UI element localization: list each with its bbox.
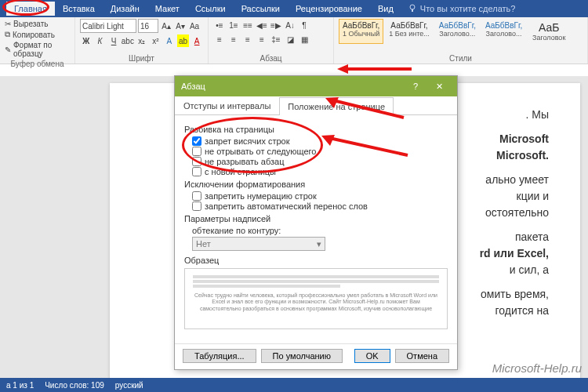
suppress-hyphen-checkbox[interactable]: запретить автоматический перенос слов <box>192 201 448 211</box>
doc-text: омить время, <box>481 288 549 300</box>
group-font: Calibri Light 16 A▴ A▾ Aa Ж К Ч abc x₂ x… <box>75 17 209 64</box>
strike-button[interactable]: abc <box>122 34 134 47</box>
format-painter-button[interactable]: ✎Формат по образцу <box>5 40 70 59</box>
tab-page-position[interactable]: Положение на странице <box>279 97 394 115</box>
shrink-font-button[interactable]: A▾ <box>174 20 187 32</box>
doc-text: Microsoft. <box>496 149 549 162</box>
group-paragraph: •≡ 1≡ ≡≡ ◀≡ ≡▶ A↓ ¶ ≡ ≡ ≡ ≡ ‡≡ ◪ ▦ Абзац <box>209 17 334 64</box>
widow-control-checkbox[interactable]: запрет висячих строк <box>192 136 448 146</box>
font-size-select[interactable]: 16 <box>138 19 158 33</box>
lightbulb-icon <box>408 4 417 13</box>
tab-mailings[interactable]: Рассылки <box>234 2 288 16</box>
default-button[interactable]: По умолчанию <box>261 349 343 363</box>
tell-me-search[interactable]: Что вы хотите сделать? <box>408 4 516 13</box>
tab-design[interactable]: Дизайн <box>103 2 147 16</box>
paragraph-dialog: Абзац ? ✕ Отступы и интервалы Положение … <box>174 75 458 370</box>
tab-view[interactable]: Вид <box>370 2 401 16</box>
font-name-select[interactable]: Calibri Light <box>80 19 136 33</box>
group-styles: АаБбВвГг,1 Обычный АаБбВвГг,1 Без инте..… <box>334 17 588 64</box>
doc-text: кции и <box>517 190 550 202</box>
section-pagination: Разбивка на страницы <box>184 125 448 134</box>
shading-button[interactable]: ◪ <box>284 33 296 45</box>
group-clipboard: ✂Вырезать ⧉Копировать ✎Формат по образцу… <box>0 17 75 64</box>
page-count[interactable]: а 1 из 1 <box>6 381 34 390</box>
section-textbox-options: Параметры надписей <box>184 214 448 223</box>
style-no-spacing[interactable]: АаБбВвГг,1 Без инте... <box>385 19 433 44</box>
multilevel-button[interactable]: ≡≡ <box>241 19 254 31</box>
close-button[interactable]: ✕ <box>427 82 451 92</box>
status-bar: а 1 из 1 Число слов: 109 русский <box>0 378 588 392</box>
group-label-font: Шрифт <box>80 53 203 64</box>
group-label-styles: Стили <box>339 53 583 64</box>
word-count[interactable]: Число слов: 109 <box>45 381 104 390</box>
tab-indents[interactable]: Отступы и интервалы <box>175 96 279 114</box>
wrap-label: обтекание по контуру: <box>192 226 448 235</box>
grow-font-button[interactable]: A▴ <box>160 20 172 32</box>
tab-home[interactable]: Главная <box>6 2 55 16</box>
sort-button[interactable]: A↓ <box>284 19 296 31</box>
dialog-buttons: Табуляция... По умолчанию OK Отмена <box>175 343 457 369</box>
language-indicator[interactable]: русский <box>115 381 143 390</box>
subscript-button[interactable]: x₂ <box>136 34 148 47</box>
copy-icon: ⧉ <box>5 30 10 39</box>
tab-references[interactable]: Ссылки <box>187 2 234 16</box>
highlight-button[interactable]: ab <box>177 34 190 47</box>
doc-text: . Мы <box>525 108 549 121</box>
align-right-button[interactable]: ≡ <box>241 33 254 45</box>
copy-button[interactable]: ⧉Копировать <box>5 29 70 40</box>
doc-text: остоятельно <box>485 206 549 219</box>
dialog-titlebar[interactable]: Абзац ? ✕ <box>175 76 457 96</box>
justify-button[interactable]: ≡ <box>256 33 268 45</box>
style-title[interactable]: АаБЗаголовок <box>528 19 570 44</box>
tab-layout[interactable]: Макет <box>147 2 187 16</box>
doc-text: Microsoft <box>499 132 549 145</box>
align-center-button[interactable]: ≡ <box>227 33 240 45</box>
dialog-title-text: Абзац <box>181 82 205 91</box>
tab-review[interactable]: Рецензирование <box>288 2 370 16</box>
group-label-paragraph: Абзац <box>213 53 328 64</box>
bold-button[interactable]: Ж <box>80 34 93 47</box>
scissors-icon: ✂ <box>5 20 11 28</box>
ribbon: ✂Вырезать ⧉Копировать ✎Формат по образцу… <box>0 17 588 64</box>
increase-indent-button[interactable]: ≡▶ <box>270 19 282 31</box>
watermark: Microsoft-Help.ru <box>492 361 582 375</box>
doc-text: годится на <box>495 304 549 317</box>
preview-box: Сейчас трудно найти человека, который пр… <box>184 268 448 329</box>
text-effect-button[interactable]: A <box>163 34 176 47</box>
tabs-button[interactable]: Табуляция... <box>183 349 256 363</box>
doc-text: ально умеет <box>485 173 549 186</box>
show-marks-button[interactable]: ¶ <box>298 19 310 31</box>
ok-button[interactable]: OK <box>354 349 390 363</box>
chevron-down-icon: ▾ <box>317 239 321 249</box>
borders-button[interactable]: ▦ <box>298 33 310 45</box>
style-heading1[interactable]: АаБбВвГг,Заголово... <box>435 19 480 44</box>
numbering-button[interactable]: 1≡ <box>227 19 240 31</box>
bullets-button[interactable]: •≡ <box>213 19 226 31</box>
style-normal[interactable]: АаБбВвГг,1 Обычный <box>339 19 383 44</box>
preview-label: Образец <box>184 256 448 265</box>
tab-insert[interactable]: Вставка <box>55 2 103 16</box>
decrease-indent-button[interactable]: ◀≡ <box>256 19 268 31</box>
cancel-button[interactable]: Отмена <box>395 349 449 363</box>
style-heading2[interactable]: АаБбВвГг,Заголово... <box>481 19 526 44</box>
keep-with-next-checkbox[interactable]: не отрывать от следующего <box>192 147 448 156</box>
line-spacing-button[interactable]: ‡≡ <box>270 33 282 45</box>
brush-icon: ✎ <box>5 45 11 54</box>
group-label-clipboard: Буфер обмена <box>5 59 70 69</box>
font-color-button[interactable]: A <box>191 34 203 47</box>
superscript-button[interactable]: x² <box>150 34 162 47</box>
doc-text: пакета <box>515 230 549 243</box>
svg-rect-1 <box>412 9 413 12</box>
doc-text: rd или Excel, <box>480 247 549 260</box>
help-button[interactable]: ? <box>404 82 427 91</box>
keep-lines-checkbox[interactable]: не разрывать абзац <box>192 157 448 166</box>
cut-button[interactable]: ✂Вырезать <box>5 19 70 29</box>
wrap-select[interactable]: Нет▾ <box>192 237 325 251</box>
underline-button[interactable]: Ч <box>107 34 120 47</box>
italic-button[interactable]: К <box>94 34 107 47</box>
suppress-line-num-checkbox[interactable]: запретить нумерацию строк <box>192 191 448 201</box>
align-left-button[interactable]: ≡ <box>213 33 226 45</box>
ribbon-tabs: Главная Вставка Дизайн Макет Ссылки Расс… <box>0 0 588 17</box>
change-case-button[interactable]: Aa <box>188 20 201 32</box>
page-break-checkbox[interactable]: с новой страницы <box>192 167 448 176</box>
